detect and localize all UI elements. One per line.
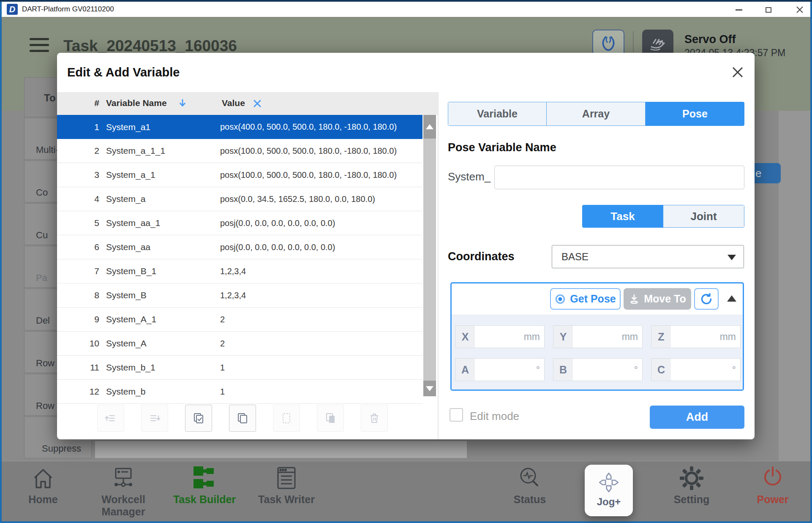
hidden-save-label: e — [755, 167, 761, 180]
column-value: Value — [222, 98, 245, 108]
table-row[interactable]: 2System_a_1_1posx(100.0, 500.0, 500.0, 1… — [57, 139, 422, 163]
duplicate-button[interactable] — [317, 405, 344, 432]
a-input[interactable] — [475, 359, 536, 381]
table-toolbar — [97, 405, 388, 432]
space-type-toggle: Task Joint — [582, 205, 744, 228]
table-row[interactable]: 4System_aposx(0.0, 34.5, 1652.5, 180.0, … — [57, 187, 422, 211]
refresh-pose-button[interactable] — [694, 288, 719, 310]
sort-descending-icon[interactable] — [178, 98, 187, 111]
coordinates-label: Coordinates — [448, 250, 515, 263]
tab-variable[interactable]: Variable — [448, 102, 547, 126]
scroll-down-icon — [426, 386, 433, 391]
row-name: System_aa_1 — [106, 218, 220, 228]
dialog-close-button[interactable] — [730, 65, 745, 80]
hand-icon — [648, 35, 668, 52]
clear-filter-icon[interactable] — [253, 99, 262, 110]
table-row[interactable]: 8System_B1,2,3,4 — [57, 283, 422, 308]
scrollbar-down-button[interactable] — [423, 381, 436, 396]
coordinates-value: BASE — [561, 251, 589, 263]
row-value: 1,2,3,4 — [220, 291, 422, 300]
row-name: System_aa — [106, 242, 220, 252]
pose-field-a: A ° — [455, 358, 545, 381]
nav-task-writer[interactable]: Task Writer — [242, 465, 331, 506]
tab-pose[interactable]: Pose — [646, 102, 744, 126]
copy-button[interactable] — [229, 405, 256, 432]
c-input[interactable] — [671, 359, 732, 381]
task-name-title: Task_20240513_160036 — [63, 37, 237, 55]
b-input[interactable] — [573, 359, 634, 381]
copy-icon — [236, 411, 249, 425]
pose-variable-name-heading: Pose Variable Name — [448, 141, 556, 154]
copy-checked-button[interactable] — [185, 405, 212, 432]
close-window-button[interactable] — [794, 4, 806, 16]
variable-name-input[interactable] — [494, 166, 744, 189]
nav-jog-button[interactable]: Jog+ — [585, 465, 633, 516]
x-input[interactable] — [475, 326, 524, 348]
variable-name-prefix: System_ — [448, 170, 490, 183]
paste-button[interactable] — [273, 405, 300, 432]
sidebar-item-label: Suppress — [42, 443, 81, 454]
table-row[interactable]: 9System_A_12 — [57, 308, 422, 332]
row-index: 6 — [57, 242, 99, 252]
row-index: 4 — [57, 194, 99, 204]
nav-status[interactable]: Status — [485, 465, 574, 506]
move-down-list-icon — [148, 411, 161, 425]
row-index: 9 — [57, 314, 99, 324]
row-index: 2 — [57, 146, 99, 156]
nav-workcell-manager[interactable]: Workcell Manager — [79, 465, 168, 518]
nav-power[interactable]: Power — [728, 465, 812, 506]
toggle-joint[interactable]: Joint — [663, 205, 744, 228]
coordinates-dropdown[interactable]: BASE — [552, 245, 744, 268]
field-unit: ° — [634, 359, 642, 381]
table-row[interactable]: 7System_B_11,2,3,4 — [57, 259, 422, 283]
toggle-task[interactable]: Task — [582, 205, 663, 228]
edit-mode-label: Edit mode — [470, 410, 519, 423]
z-input[interactable] — [671, 326, 720, 348]
nav-home[interactable]: Home — [0, 465, 87, 506]
maximize-button[interactable] — [763, 4, 774, 16]
row-value: posx(100.0, 500.0, 500.0, 180.0, -180.0,… — [220, 146, 422, 156]
tab-array[interactable]: Array — [547, 102, 646, 126]
table-row[interactable]: 6System_aaposj(0.0, 0.0, 0.0, 0.0, 0.0, … — [57, 235, 422, 259]
get-pose-label: Get Pose — [570, 293, 616, 305]
row-index: 8 — [57, 290, 99, 300]
scrollbar-up-button[interactable] — [423, 115, 436, 139]
row-index: 1 — [57, 122, 99, 132]
move-up-list-button[interactable] — [97, 405, 124, 432]
row-name: System_a_1 — [106, 170, 220, 180]
status-icon — [516, 465, 543, 492]
table-row[interactable]: 11System_b_11 — [57, 356, 422, 380]
row-value: 2 — [220, 315, 422, 324]
table-row[interactable]: 3System_a_1posx(100.0, 500.0, 500.0, 180… — [57, 163, 422, 187]
collapse-panel-icon[interactable] — [727, 295, 736, 302]
table-row[interactable]: 12System_b1 — [57, 380, 422, 404]
chevron-down-icon — [728, 255, 736, 260]
background-task-area — [95, 441, 467, 459]
get-pose-button[interactable]: Get Pose — [550, 288, 621, 310]
variable-type-tabs: Variable Array Pose — [448, 102, 744, 126]
move-to-button[interactable]: Move To — [624, 288, 691, 310]
table-row[interactable]: 1System_a1posx(400.0, 500.0, 500.0, 180.… — [57, 115, 422, 139]
field-unit: mm — [622, 326, 642, 348]
field-label: A — [455, 359, 475, 381]
row-value: posj(0.0, 0.0, 0.0, 0.0, 0.0, 0.0) — [220, 242, 422, 252]
table-row[interactable]: 10System_A2 — [57, 332, 422, 356]
move-down-list-button[interactable] — [141, 405, 168, 432]
row-value: 1 — [220, 387, 422, 397]
field-label: Z — [651, 326, 671, 348]
y-input[interactable] — [573, 326, 622, 348]
menu-icon[interactable] — [30, 38, 49, 56]
minimize-button[interactable] — [733, 4, 745, 16]
edit-mode-checkbox[interactable] — [450, 408, 463, 422]
gripper-icon — [599, 34, 618, 53]
nav-task-builder-active[interactable]: Task Builder — [160, 465, 249, 506]
scrollbar-track[interactable] — [423, 139, 436, 381]
field-unit: ° — [732, 359, 740, 381]
add-button[interactable]: Add — [650, 406, 744, 429]
sidebar-item-label: Pa — [36, 272, 47, 283]
copy-checked-icon — [192, 411, 205, 425]
delete-button[interactable] — [361, 405, 388, 432]
table-row[interactable]: 5System_aa_1posj(0.0, 0.0, 0.0, 0.0, 0.0… — [57, 211, 422, 235]
nav-setting[interactable]: Setting — [647, 465, 736, 506]
sidebar-item-label: Del — [36, 315, 50, 326]
